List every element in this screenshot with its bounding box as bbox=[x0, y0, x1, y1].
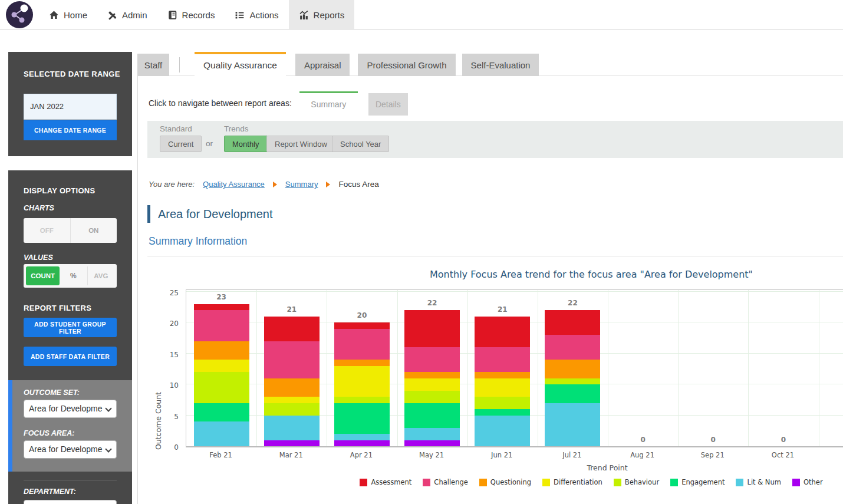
report-tabs: Staff Quality Assurance Appraisal Profes… bbox=[137, 51, 539, 76]
charts-on-button[interactable]: ON bbox=[71, 218, 117, 243]
chart-title: Monthly Focus Area trend for the focus a… bbox=[147, 269, 843, 280]
sidebar-divider bbox=[24, 480, 117, 480]
nav-item-label: Home bbox=[64, 10, 87, 20]
values-count-button[interactable]: COUNT bbox=[26, 266, 60, 285]
nav-item-label: Reports bbox=[314, 10, 345, 20]
bar-segment-assessment bbox=[545, 310, 600, 335]
nav-item-reports[interactable]: Reports bbox=[289, 0, 355, 30]
outcome-set-select[interactable]: Area for Developme bbox=[24, 400, 117, 418]
legend-item-lit-num[interactable]: Lit & Num bbox=[736, 478, 781, 486]
add-student-group-filter-button[interactable]: ADD STUDENT GROUP FILTER bbox=[24, 318, 117, 337]
x-tick-label: Oct 21 bbox=[747, 451, 818, 459]
tab-professional-growth[interactable]: Professional Growth bbox=[358, 54, 455, 76]
top-nav-bar: Home Admin Records bbox=[0, 0, 843, 30]
legend-label: Engagement bbox=[681, 478, 725, 486]
section-divider bbox=[147, 256, 843, 256]
bar-segment-lit-num bbox=[404, 428, 460, 440]
bar-segment-questioning bbox=[404, 372, 460, 378]
tab-appraisal[interactable]: Appraisal bbox=[295, 54, 350, 76]
y-tick-label: 10 bbox=[155, 381, 179, 390]
nav-list: Home Admin Records bbox=[39, 0, 354, 30]
x-tick-label: Mar 21 bbox=[256, 451, 326, 459]
chart-x-axis-label: Trend Point bbox=[186, 463, 843, 472]
chevron-down-icon bbox=[105, 405, 111, 411]
standard-label: Standard bbox=[160, 124, 192, 133]
nav-item-admin[interactable]: Admin bbox=[97, 0, 157, 30]
values-avg-button[interactable]: AVG bbox=[88, 266, 114, 285]
nav-item-records[interactable]: Records bbox=[157, 0, 225, 30]
legend-swatch bbox=[360, 479, 367, 486]
breadcrumb-arrow-icon bbox=[326, 182, 330, 187]
bar-total-label: 0 bbox=[608, 436, 678, 444]
breadcrumb-link-quality-assurance[interactable]: Quality Assurance bbox=[203, 180, 265, 189]
chevron-down-icon bbox=[105, 446, 111, 452]
bar-segment-differentiation bbox=[264, 397, 320, 403]
tab-staff[interactable]: Staff bbox=[137, 54, 169, 76]
gridline bbox=[678, 290, 679, 446]
bar-segment-engagement bbox=[194, 403, 249, 422]
report-window-button[interactable]: Report Window bbox=[266, 136, 335, 152]
bar-segment-other bbox=[264, 440, 320, 447]
legend-item-challenge[interactable]: Challenge bbox=[423, 478, 468, 486]
bar-segment-questioning bbox=[194, 341, 249, 360]
bar-segment-lit-num bbox=[475, 416, 530, 447]
legend-item-engagement[interactable]: Engagement bbox=[670, 478, 725, 486]
bar-segment-behaviour bbox=[404, 391, 460, 403]
page-title: Area for Development bbox=[147, 205, 273, 223]
legend-item-differentiation[interactable]: Differentiation bbox=[542, 478, 602, 486]
focus-area-select[interactable]: Area for Developme bbox=[24, 440, 117, 459]
legend-item-other[interactable]: Other bbox=[792, 478, 823, 486]
bar-segment-questioning bbox=[545, 360, 600, 378]
bar-total-label: 22 bbox=[538, 299, 608, 307]
breadcrumb-arrow-icon bbox=[273, 182, 277, 187]
bar-segment-challenge bbox=[194, 310, 249, 341]
bar-segment-other bbox=[334, 440, 390, 447]
charts-off-button[interactable]: OFF bbox=[24, 218, 71, 243]
charts-label: CHARTS bbox=[24, 204, 54, 212]
nav-item-actions[interactable]: Actions bbox=[225, 0, 288, 30]
legend-label: Differentiation bbox=[554, 478, 602, 486]
bar-total-label: 22 bbox=[397, 299, 467, 307]
values-toggle: COUNT % AVG bbox=[24, 264, 117, 288]
bar-segment-engagement bbox=[545, 384, 600, 403]
bar-segment-other bbox=[404, 440, 460, 447]
home-icon bbox=[49, 10, 59, 20]
breadcrumb-link-summary[interactable]: Summary bbox=[285, 180, 318, 189]
tab-quality-assurance[interactable]: Quality Assurance bbox=[195, 52, 286, 77]
bar-segment-engagement bbox=[334, 403, 390, 434]
subtab-details[interactable]: Details bbox=[368, 93, 408, 116]
y-tick-label: 15 bbox=[155, 351, 179, 359]
values-percent-button[interactable]: % bbox=[60, 266, 87, 285]
y-tick-label: 20 bbox=[155, 319, 179, 328]
school-year-button[interactable]: School Year bbox=[332, 136, 389, 152]
monthly-button[interactable]: Monthly bbox=[224, 136, 268, 152]
gridline bbox=[467, 290, 468, 446]
bar-total-label: 23 bbox=[186, 293, 256, 301]
values-label: VALUES bbox=[24, 253, 53, 262]
date-range-panel: SELECTED DATE RANGE JAN 2022 CHANGE DATE… bbox=[8, 52, 132, 156]
legend-item-behaviour[interactable]: Behaviour bbox=[614, 478, 659, 486]
add-staff-data-filter-button[interactable]: ADD STAFF DATA FILTER bbox=[24, 347, 117, 366]
bar-segment-questioning bbox=[475, 372, 530, 378]
tools-icon bbox=[107, 10, 117, 20]
nav-item-home[interactable]: Home bbox=[39, 0, 97, 30]
current-button[interactable]: Current bbox=[160, 136, 202, 152]
tab-self-evaluation[interactable]: Self-Evaluation bbox=[462, 54, 539, 76]
y-tick-label: 0 bbox=[155, 443, 179, 452]
app-logo[interactable] bbox=[6, 1, 33, 28]
legend-item-assessment[interactable]: Assessment bbox=[360, 478, 411, 486]
bar-segment-lit-num bbox=[334, 434, 390, 440]
department-label: DEPARTMENT: bbox=[24, 487, 76, 496]
gridline bbox=[397, 290, 398, 446]
department-select[interactable] bbox=[24, 500, 117, 504]
y-tick-label: 25 bbox=[155, 289, 179, 297]
bar-segment-questioning bbox=[334, 360, 390, 366]
subtab-summary[interactable]: Summary bbox=[299, 91, 358, 116]
legend-label: Lit & Num bbox=[747, 478, 781, 486]
trends-label: Trends bbox=[224, 124, 249, 133]
charts-toggle: OFF ON bbox=[24, 218, 117, 243]
bar-segment-behaviour bbox=[334, 397, 390, 403]
change-date-range-button[interactable]: CHANGE DATE RANGE bbox=[24, 120, 117, 140]
bar-segment-lit-num bbox=[194, 421, 249, 446]
legend-item-questioning[interactable]: Questioning bbox=[479, 478, 531, 486]
